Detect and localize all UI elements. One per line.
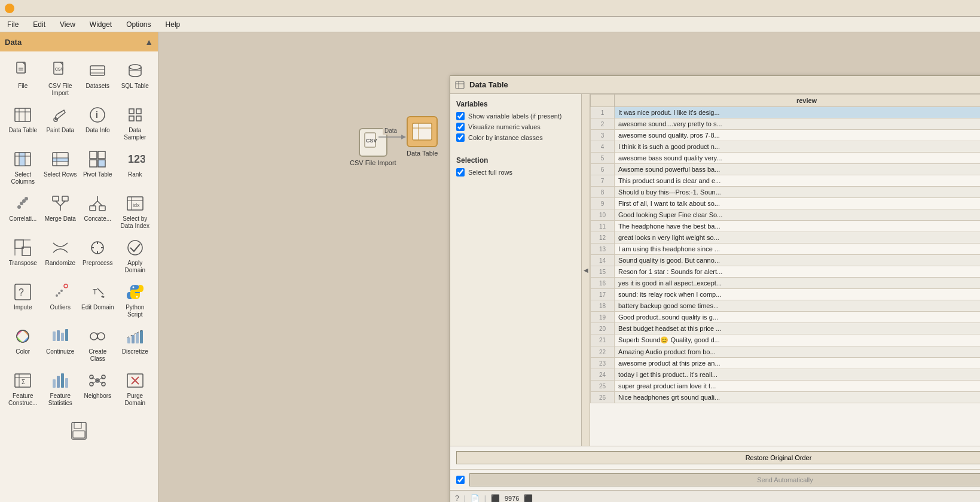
table-row[interactable]: 5awesome bass sound quality very...5: [591, 153, 981, 164]
dt-checkbox-numeric: Visualize numeric values: [456, 123, 575, 131]
menu-options[interactable]: Options: [124, 19, 153, 30]
dt-send-auto-btn[interactable]: Send Automatically: [469, 473, 980, 486]
sidebar-item-edit-domain[interactable]: T Edit Domain: [80, 278, 116, 321]
dt-sidebar-collapse[interactable]: ◀: [582, 94, 590, 446]
table-row[interactable]: 18battery backup good some times...3: [591, 300, 981, 312]
sidebar-item-correlate[interactable]: Correlati...: [5, 189, 41, 232]
table-row[interactable]: 10Good looking Super Fine clear So...5: [591, 209, 981, 221]
menu-file[interactable]: File: [5, 19, 21, 30]
table-cell-rownum: 12: [591, 232, 615, 244]
menu-widget[interactable]: Widget: [87, 19, 114, 30]
sidebar-item-label-datasets: Datasets: [86, 83, 109, 90]
table-row[interactable]: 9First of all, I want to talk about so..…: [591, 198, 981, 209]
sidebar-collapse-btn[interactable]: ▲: [145, 37, 153, 47]
table-row[interactable]: 17sound: its relay rock when I comp...4: [591, 289, 981, 300]
dt-numeric-checkbox[interactable]: [456, 123, 465, 131]
dt-table-area[interactable]: review rating 1It was nice produt. I lik…: [590, 94, 980, 446]
python-icon: [124, 281, 146, 303]
menu-edit[interactable]: Edit: [30, 19, 48, 30]
sidebar-item-datasets[interactable]: Datasets: [80, 56, 116, 99]
sidebar-item-label-info: Data Info: [86, 127, 110, 134]
dt-full-rows-checkbox[interactable]: [456, 168, 465, 177]
dt-output-icon: ⬛: [524, 494, 533, 503]
dt-titlebar-left: Data Table: [455, 80, 508, 90]
dt-help-icon[interactable]: ?: [455, 494, 459, 503]
svg-point-64: [132, 287, 134, 288]
sidebar-item-label-python: Python Script: [118, 304, 152, 318]
table-row[interactable]: 8Should u buy this---Pros:-1. Soun...4: [591, 187, 981, 198]
table-row[interactable]: 22Amazing Audio product from bo...5: [591, 346, 981, 358]
sidebar-item-sql[interactable]: SQL Table: [117, 56, 154, 99]
sidebar-item-preprocess[interactable]: Preprocess: [80, 233, 116, 276]
dt-report-icon[interactable]: 📄: [471, 494, 480, 503]
menu-view[interactable]: View: [57, 19, 78, 30]
table-row[interactable]: 24today i get this product.. it's reall.…: [591, 369, 981, 381]
node-datatable-canvas[interactable]: Data Table: [407, 116, 438, 157]
sidebar-item-merge[interactable]: Merge Data: [42, 189, 79, 232]
dt-statusbar: ? | 📄 | ⬛ 9976 ⬛ ▲: [450, 490, 980, 502]
svg-text:CSV: CSV: [366, 138, 377, 144]
sidebar-item-create-class[interactable]: Create Class: [80, 322, 116, 365]
sidebar-item-transpose[interactable]: Transpose: [5, 233, 41, 276]
sidebar-item-rank[interactable]: 123 Rank: [117, 145, 154, 188]
select-rows-icon: [50, 148, 71, 170]
table-row[interactable]: 7This product sound is clear and e...4: [591, 175, 981, 187]
table-row[interactable]: 25super great product iam love it t...5: [591, 381, 981, 392]
table-row[interactable]: 3awesome sound quality. pros 7-8...4: [591, 130, 981, 141]
table-row[interactable]: 23awesome product at this prize an...5: [591, 358, 981, 369]
sidebar-item-neighbors[interactable]: Neighbors: [80, 366, 116, 409]
menu-help[interactable]: Help: [163, 19, 183, 30]
sidebar-item-csv[interactable]: CSV CSV File Import: [42, 56, 79, 99]
sidebar-item-outliers[interactable]: Outliers: [42, 278, 79, 321]
col-header-review[interactable]: review: [615, 95, 981, 107]
table-row[interactable]: 14Sound quality is good. But canno...1: [591, 255, 981, 266]
node-csv-label: CSV File Import: [350, 159, 396, 166]
sidebar-item-apply-domain[interactable]: Apply Domain: [117, 233, 154, 276]
sidebar-item-continuize[interactable]: Continuize: [42, 322, 79, 365]
sidebar-item-select-cols[interactable]: Select Columns: [5, 145, 41, 188]
svg-rect-19: [129, 116, 134, 121]
sidebar-item-pivot[interactable]: Pivot Table: [80, 145, 116, 188]
dt-variables-section: Variables Show variable labels (if prese…: [456, 100, 575, 144]
dt-show-labels-label: Show variable labels (if present): [468, 112, 562, 120]
sidebar-item-discretize[interactable]: Discretize: [117, 322, 154, 365]
sidebar-item-select-rows[interactable]: Select Rows: [42, 145, 79, 188]
sidebar-item-impute[interactable]: ? Impute: [5, 278, 41, 321]
sidebar-item-datatable[interactable]: Data Table: [5, 101, 41, 144]
dt-restore-btn[interactable]: Restore Original Order: [456, 451, 980, 464]
dt-show-labels-checkbox[interactable]: [456, 112, 465, 120]
sidebar-item-sampler[interactable]: Data Sampler: [117, 101, 154, 144]
table-row[interactable]: 19Good product..sound quality is g...4: [591, 312, 981, 323]
sidebar-item-color[interactable]: Color: [5, 322, 41, 365]
svg-rect-39: [90, 206, 96, 211]
table-row[interactable]: 4I think it is such a good product n...5: [591, 141, 981, 153]
sidebar-item-paint[interactable]: Paint Data: [42, 101, 79, 144]
sidebar-item-randomize[interactable]: Randomize: [42, 233, 79, 276]
table-cell-review: awesome bass sound quality very...: [615, 153, 981, 164]
table-row[interactable]: 11The headphone have the best ba...4: [591, 221, 981, 232]
sidebar-item-file[interactable]: File: [5, 56, 41, 99]
table-row[interactable]: 20Best budget headset at this price ...5: [591, 323, 981, 334]
table-row[interactable]: 1It was nice produt. I like it's desig..…: [591, 107, 981, 118]
table-row[interactable]: 13I am using this headphone since ...5: [591, 244, 981, 255]
sidebar-item-select-idx[interactable]: idx Select by Data Index: [117, 189, 154, 232]
table-row[interactable]: 21Superb Sound😊 Quality, good d...5: [591, 334, 981, 346]
table-row[interactable]: 6Awsome sound powerful bass ba...5: [591, 164, 981, 175]
save-icon: [68, 420, 90, 442]
sidebar-item-info[interactable]: i Data Info: [80, 101, 116, 144]
sidebar-title: Data: [5, 38, 22, 47]
dt-send-auto-checkbox[interactable]: [456, 476, 465, 484]
table-row[interactable]: 16yes it is good in all aspect..except..…: [591, 278, 981, 289]
sidebar-item-save[interactable]: [61, 416, 97, 452]
sidebar-item-feature-construct[interactable]: Σ Feature Construc...: [5, 366, 41, 409]
table-row[interactable]: 15Reson for 1 star : Sounds for alert...…: [591, 266, 981, 278]
table-row[interactable]: 2awesome sound....very pretty to s...5: [591, 118, 981, 130]
sidebar-item-python[interactable]: Python Script: [117, 278, 154, 321]
svg-rect-27: [90, 151, 97, 159]
sidebar-item-feature-stats[interactable]: Feature Statistics: [42, 366, 79, 409]
sidebar-item-concat[interactable]: Concate...: [80, 189, 116, 232]
table-row[interactable]: 26Nice headphones grt sound quali...5: [591, 392, 981, 403]
sidebar-item-purge-domain[interactable]: Purge Domain: [117, 366, 154, 409]
table-row[interactable]: 12great looks n very light weight so...4: [591, 232, 981, 244]
dt-color-checkbox[interactable]: [456, 133, 465, 142]
